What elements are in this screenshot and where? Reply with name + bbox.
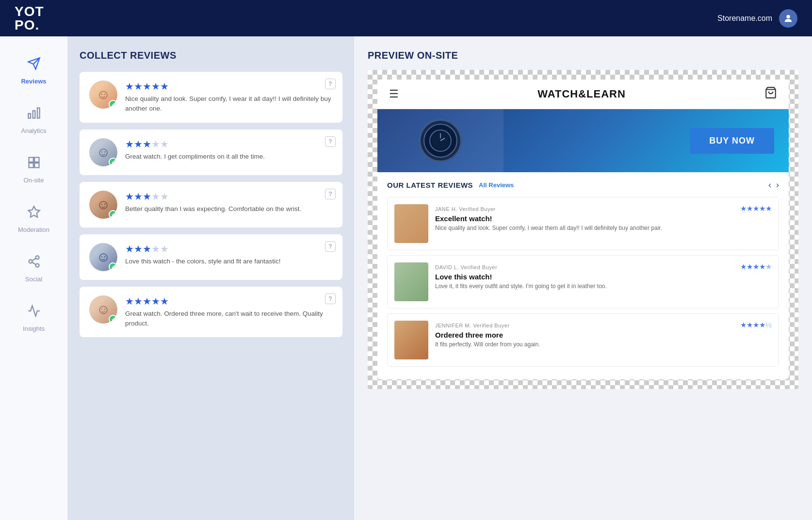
site-review-stars: ★★★★★ [740,262,772,271]
user-avatar[interactable] [779,9,797,28]
watch-circle [419,119,462,162]
svg-rect-5 [28,114,31,118]
site-review-title: Ordered three more [435,331,772,339]
sidebar-label-insights: Insights [23,325,45,332]
review-body: ★★★★★ Better quality than I was expectin… [125,191,333,214]
svg-line-14 [32,262,36,265]
sidebar-label-reviews: Reviews [21,78,46,85]
sidebar: Reviews Analytics On-site [0,36,68,520]
site-review-image [394,262,428,301]
review-card: ☺ ✓ ★★★★★ Nice quality and look. Super c… [80,72,342,123]
review-stars: ★★★★★ [125,243,333,255]
review-card: ☺ ✓ ★★★★★ Love this watch - the colors, … [80,234,342,280]
review-avatar: ☺ ✓ [89,243,117,271]
buy-now-button[interactable]: BUY NOW [690,128,774,154]
sidebar-item-social[interactable]: Social [0,244,67,293]
svg-point-12 [29,260,32,263]
sidebar-item-analytics[interactable]: Analytics [0,96,67,145]
review-avatar: ☺ ✓ [89,81,117,109]
svg-rect-8 [29,163,33,167]
review-image-placeholder [394,321,428,359]
review-image-placeholder [394,204,428,243]
review-avatar: ☺ ✓ [89,138,117,166]
site-review-image [394,204,428,243]
site-header: ☰ WATCH&LEARN [377,80,789,109]
sidebar-label-onsite: On-site [24,177,44,184]
review-card: ☺ ✓ ★★★★★ Better quality than I was expe… [80,182,342,228]
site-review-title: Love this watch! [435,273,772,281]
svg-point-13 [35,264,39,267]
watch-face [423,124,457,158]
social-icon [27,255,41,272]
reviewer-name: JENNIFER M. Verified Buyer [435,323,510,328]
review-text: Love this watch - the colors, style and … [125,257,333,266]
analytics-icon [27,106,41,123]
review-stars: ★★★★★ [125,138,333,150]
svg-rect-9 [34,163,39,167]
review-text: Better quality than I was expecting. Com… [125,204,333,214]
prev-arrow[interactable]: ‹ [768,180,771,190]
collect-reviews-panel: COLLECT REVIEWS ☺ ✓ ★★★★★ Nice quality a… [68,36,354,520]
logo[interactable]: YOT PO. [15,5,44,32]
review-text: Great watch. Ordered three more, can't w… [125,309,333,329]
svg-point-0 [786,15,790,18]
collect-panel-title: COLLECT REVIEWS [80,50,342,61]
site-review-content: JENNIFER M. Verified Buyer ★★★★½ Ordered… [435,321,772,359]
sidebar-item-onsite[interactable]: On-site [0,145,67,195]
nav-right: Storename.com [717,9,797,28]
help-icon[interactable]: ? [325,241,336,252]
svg-line-15 [32,259,36,261]
site-review-title: Excellent watch! [435,214,772,223]
svg-rect-7 [34,158,39,162]
preview-panel-title: PREVIEW ON-SITE [368,50,798,61]
preview-site-container: ☰ WATCH&LEARN [368,70,798,389]
review-card: ☺ ✓ ★★★★★ Great watch. I get compliments… [80,130,342,175]
verified-check: ✓ [109,315,117,324]
site-review-content: JANE H. Verified Buyer ★★★★★ Excellent w… [435,204,772,243]
preview-panel: PREVIEW ON-SITE ☰ WATCH&LEARN [354,36,812,520]
verified-check: ✓ [109,262,117,271]
svg-point-11 [35,256,39,259]
review-stars: ★★★★★ [125,191,333,202]
sidebar-label-social: Social [25,276,42,283]
hamburger-icon[interactable]: ☰ [389,88,399,100]
watch-image [377,109,503,172]
sidebar-label-analytics: Analytics [21,127,46,134]
verified-check: ✓ [109,210,117,219]
site-review-content: DAVID L. Verified Buyer ★★★★★ Love this … [435,262,772,301]
cart-icon[interactable] [764,86,777,102]
review-avatar: ☺ ✓ [89,191,117,219]
site-review-stars: ★★★★½ [740,321,772,329]
next-arrow[interactable]: › [776,180,779,190]
review-stars: ★★★★★ [125,295,333,307]
help-icon[interactable]: ? [325,293,336,304]
reviews-icon [27,57,41,74]
review-body: ★★★★★ Nice quality and look. Super comfy… [125,81,333,114]
reviews-nav-arrows[interactable]: ‹ › [768,180,779,190]
help-icon[interactable]: ? [325,189,336,199]
review-body: ★★★★★ Great watch. I get compliments on … [125,138,333,162]
help-icon[interactable]: ? [325,79,336,89]
review-body: ★★★★★ Love this watch - the colors, styl… [125,243,333,266]
site-review-card: JENNIFER M. Verified Buyer ★★★★½ Ordered… [387,313,779,367]
site-review-stars: ★★★★★ [740,204,772,213]
svg-rect-6 [29,158,33,162]
sidebar-item-moderation[interactable]: Moderation [0,195,67,244]
sidebar-item-reviews[interactable]: Reviews [0,46,67,96]
site-review-card: DAVID L. Verified Buyer ★★★★★ Love this … [387,255,779,309]
review-body: ★★★★★ Great watch. Ordered three more, c… [125,295,333,329]
all-reviews-link[interactable]: All Reviews [479,181,514,189]
top-navigation: YOT PO. Storename.com [0,0,812,36]
help-icon[interactable]: ? [325,136,336,147]
verified-check: ✓ [109,158,117,166]
reviewer-name: DAVID L. Verified Buyer [435,264,497,270]
reviews-header: OUR LATEST REVIEWS All Reviews ‹ › [387,180,779,190]
site-review-text: Love it, it fits every outfit and style.… [435,282,772,291]
store-name: Storename.com [717,14,772,23]
verified-check: ✓ [109,100,117,109]
svg-marker-10 [28,206,39,217]
moderation-icon [27,205,41,222]
sidebar-item-insights[interactable]: Insights [0,293,67,343]
review-text: Great watch. I get compliments on it all… [125,152,333,162]
site-review-text: Nice quality and look. Super comfy, I we… [435,224,772,232]
